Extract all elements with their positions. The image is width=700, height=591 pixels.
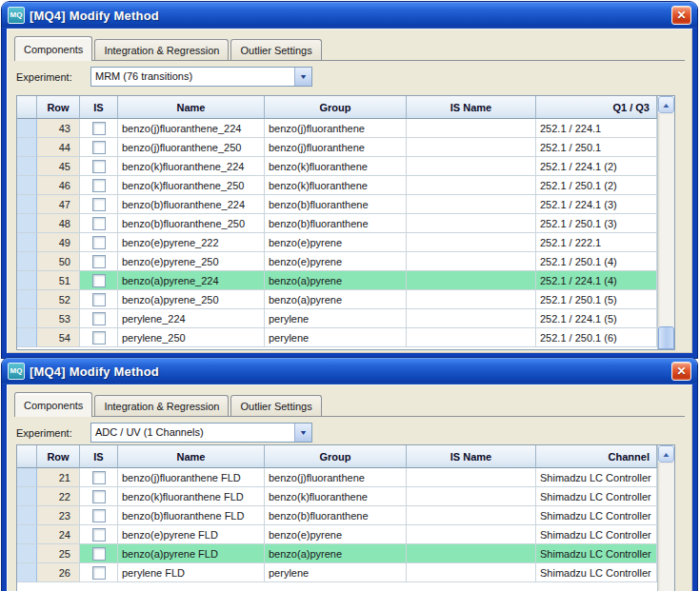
is-cell[interactable] bbox=[80, 119, 118, 138]
value-cell[interactable]: 252.1 / 250.1 (6) bbox=[536, 328, 657, 347]
value-cell[interactable]: Shimadzu LC Controller bbox=[536, 525, 657, 544]
name-cell[interactable]: benzo(a)pyrene_250 bbox=[118, 290, 265, 309]
is-checkbox[interactable] bbox=[92, 198, 106, 211]
row-selector-cell[interactable] bbox=[17, 119, 37, 138]
name-cell[interactable]: perylene FLD bbox=[118, 563, 265, 582]
scrollbar-track[interactable] bbox=[658, 463, 674, 591]
value-cell[interactable]: 252.1 / 250.1 (2) bbox=[536, 176, 657, 195]
name-cell[interactable]: benzo(b)fluoranthene_250 bbox=[118, 214, 265, 233]
header-row-column[interactable]: Row bbox=[37, 96, 80, 119]
header-group-column[interactable]: Group bbox=[265, 96, 407, 119]
is-name-cell[interactable] bbox=[407, 309, 536, 328]
header-selector-cell[interactable] bbox=[17, 96, 37, 119]
row-selector-cell[interactable] bbox=[17, 176, 37, 195]
name-cell[interactable]: benzo(b)fluoranthene_224 bbox=[118, 195, 265, 214]
name-cell[interactable]: benzo(k)fluoranthene_250 bbox=[118, 176, 265, 195]
value-cell[interactable]: 252.1 / 250.1 (3) bbox=[536, 214, 657, 233]
is-name-cell[interactable] bbox=[407, 157, 536, 176]
row-number-cell[interactable]: 22 bbox=[37, 487, 80, 506]
row-selector-cell[interactable] bbox=[17, 195, 37, 214]
is-checkbox[interactable] bbox=[92, 274, 106, 287]
row-number-cell[interactable]: 50 bbox=[37, 252, 80, 271]
name-cell[interactable]: perylene_224 bbox=[118, 309, 265, 328]
value-cell[interactable]: 252.1 / 224.1 (2) bbox=[536, 157, 657, 176]
header-group-column[interactable]: Group bbox=[265, 445, 407, 468]
row-number-cell[interactable]: 43 bbox=[37, 119, 80, 138]
row-number-cell[interactable]: 21 bbox=[37, 468, 80, 487]
is-cell[interactable] bbox=[80, 544, 118, 563]
is-name-cell[interactable] bbox=[407, 544, 536, 563]
row-number-cell[interactable]: 23 bbox=[37, 506, 80, 525]
group-cell[interactable]: benzo(e)pyrene bbox=[265, 525, 407, 544]
row-number-cell[interactable]: 44 bbox=[37, 138, 80, 157]
group-cell[interactable]: benzo(j)fluoranthene bbox=[265, 119, 407, 138]
is-cell[interactable] bbox=[80, 563, 118, 582]
is-name-cell[interactable] bbox=[407, 138, 536, 157]
row-selector-cell[interactable] bbox=[17, 468, 37, 487]
group-cell[interactable]: benzo(k)fluoranthene bbox=[265, 157, 407, 176]
header-is-name-column[interactable]: IS Name bbox=[407, 96, 536, 119]
name-cell[interactable]: benzo(j)fluoranthene FLD bbox=[118, 468, 265, 487]
close-button[interactable]: ✕ bbox=[671, 362, 691, 381]
is-name-cell[interactable] bbox=[407, 252, 536, 271]
row-selector-cell[interactable] bbox=[17, 563, 37, 582]
title-bar[interactable]: MQ [MQ4] Modify Method ✕ bbox=[2, 358, 697, 384]
is-name-cell[interactable] bbox=[407, 290, 536, 309]
row-number-cell[interactable]: 24 bbox=[37, 525, 80, 544]
is-checkbox[interactable] bbox=[92, 122, 106, 135]
group-cell[interactable]: benzo(e)pyrene bbox=[265, 233, 407, 252]
header-is-column[interactable]: IS bbox=[80, 445, 118, 468]
row-selector-cell[interactable] bbox=[17, 487, 37, 506]
experiment-dropdown[interactable]: ADC / UV (1 Channels) ▼ bbox=[90, 423, 312, 443]
group-cell[interactable]: benzo(k)fluoranthene bbox=[265, 487, 407, 506]
is-checkbox[interactable] bbox=[92, 141, 106, 154]
is-cell[interactable] bbox=[80, 195, 118, 214]
vertical-scrollbar[interactable]: ▲ bbox=[657, 96, 674, 349]
group-cell[interactable]: benzo(a)pyrene bbox=[265, 544, 407, 563]
name-cell[interactable]: benzo(e)pyrene_250 bbox=[118, 252, 265, 271]
is-name-cell[interactable] bbox=[407, 195, 536, 214]
row-number-cell[interactable]: 53 bbox=[37, 309, 80, 328]
tab-integration-regression[interactable]: Integration & Regression bbox=[94, 39, 229, 60]
tab-components[interactable]: Components bbox=[14, 36, 92, 61]
row-selector-cell[interactable] bbox=[17, 157, 37, 176]
is-checkbox[interactable] bbox=[92, 217, 106, 230]
header-is-column[interactable]: IS bbox=[80, 96, 118, 119]
header-name-column[interactable]: Name bbox=[118, 96, 265, 119]
is-checkbox[interactable] bbox=[92, 566, 106, 580]
group-cell[interactable]: benzo(b)fluoranthene bbox=[265, 195, 407, 214]
row-selector-cell[interactable] bbox=[17, 271, 37, 290]
row-number-cell[interactable]: 49 bbox=[37, 233, 80, 252]
row-selector-cell[interactable] bbox=[17, 138, 37, 157]
name-cell[interactable]: benzo(j)fluoranthene_250 bbox=[118, 138, 265, 157]
is-name-cell[interactable] bbox=[407, 176, 536, 195]
row-selector-cell[interactable] bbox=[17, 544, 37, 563]
is-checkbox[interactable] bbox=[92, 293, 106, 306]
is-checkbox[interactable] bbox=[92, 312, 106, 325]
value-cell[interactable]: 252.1 / 224.1 bbox=[536, 119, 657, 138]
row-selector-cell[interactable] bbox=[17, 525, 37, 544]
name-cell[interactable]: benzo(e)pyrene FLD bbox=[118, 525, 265, 544]
is-checkbox[interactable] bbox=[92, 179, 106, 192]
is-name-cell[interactable] bbox=[407, 271, 536, 290]
row-number-cell[interactable]: 54 bbox=[37, 328, 80, 347]
is-name-cell[interactable] bbox=[407, 506, 536, 525]
value-cell[interactable]: Shimadzu LC Controller bbox=[536, 468, 657, 487]
header-name-column[interactable]: Name bbox=[118, 445, 265, 468]
header-row-column[interactable]: Row bbox=[37, 445, 80, 468]
tab-outlier-settings[interactable]: Outlier Settings bbox=[230, 39, 321, 60]
is-checkbox[interactable] bbox=[92, 490, 106, 503]
tab-integration-regression[interactable]: Integration & Regression bbox=[94, 395, 229, 416]
value-cell[interactable]: Shimadzu LC Controller bbox=[536, 506, 657, 525]
row-selector-cell[interactable] bbox=[17, 233, 37, 252]
is-cell[interactable] bbox=[80, 525, 118, 544]
tab-outlier-settings[interactable]: Outlier Settings bbox=[230, 395, 321, 416]
row-selector-cell[interactable] bbox=[17, 328, 37, 347]
is-name-cell[interactable] bbox=[407, 214, 536, 233]
header-channel-column[interactable]: Channel bbox=[536, 445, 657, 468]
is-name-cell[interactable] bbox=[407, 233, 536, 252]
tab-components[interactable]: Components bbox=[14, 392, 92, 417]
value-cell[interactable]: 252.1 / 224.1 (3) bbox=[536, 195, 657, 214]
group-cell[interactable]: perylene bbox=[265, 309, 407, 328]
row-selector-cell[interactable] bbox=[17, 252, 37, 271]
